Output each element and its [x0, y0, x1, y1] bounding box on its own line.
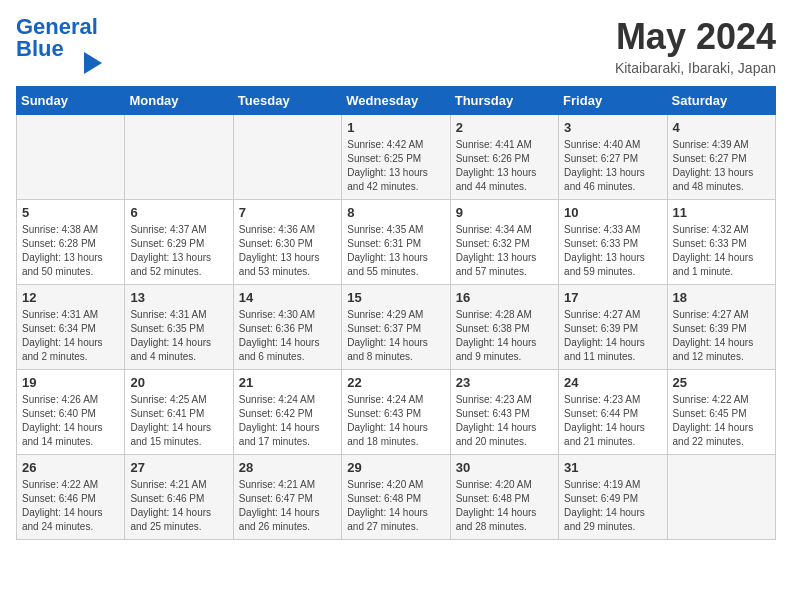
- day-number: 2: [456, 120, 553, 135]
- day-info: Sunrise: 4:31 AM Sunset: 6:35 PM Dayligh…: [130, 308, 227, 364]
- calendar-cell-w4-d1: 19Sunrise: 4:26 AM Sunset: 6:40 PM Dayli…: [17, 370, 125, 455]
- day-number: 7: [239, 205, 336, 220]
- calendar-cell-w1-d6: 3Sunrise: 4:40 AM Sunset: 6:27 PM Daylig…: [559, 115, 667, 200]
- day-number: 1: [347, 120, 444, 135]
- col-thursday: Thursday: [450, 87, 558, 115]
- calendar-cell-w2-d2: 6Sunrise: 4:37 AM Sunset: 6:29 PM Daylig…: [125, 200, 233, 285]
- day-number: 20: [130, 375, 227, 390]
- col-saturday: Saturday: [667, 87, 775, 115]
- day-info: Sunrise: 4:24 AM Sunset: 6:42 PM Dayligh…: [239, 393, 336, 449]
- day-info: Sunrise: 4:32 AM Sunset: 6:33 PM Dayligh…: [673, 223, 770, 279]
- day-info: Sunrise: 4:34 AM Sunset: 6:32 PM Dayligh…: [456, 223, 553, 279]
- day-number: 12: [22, 290, 119, 305]
- calendar-cell-w1-d2: [125, 115, 233, 200]
- day-info: Sunrise: 4:19 AM Sunset: 6:49 PM Dayligh…: [564, 478, 661, 534]
- page-header: General Blue May 2024 Kitaibaraki, Ibara…: [16, 16, 776, 76]
- day-info: Sunrise: 4:24 AM Sunset: 6:43 PM Dayligh…: [347, 393, 444, 449]
- calendar-cell-w4-d6: 24Sunrise: 4:23 AM Sunset: 6:44 PM Dayli…: [559, 370, 667, 455]
- col-friday: Friday: [559, 87, 667, 115]
- day-info: Sunrise: 4:37 AM Sunset: 6:29 PM Dayligh…: [130, 223, 227, 279]
- calendar-cell-w5-d4: 29Sunrise: 4:20 AM Sunset: 6:48 PM Dayli…: [342, 455, 450, 540]
- day-number: 17: [564, 290, 661, 305]
- day-number: 31: [564, 460, 661, 475]
- day-number: 5: [22, 205, 119, 220]
- day-info: Sunrise: 4:35 AM Sunset: 6:31 PM Dayligh…: [347, 223, 444, 279]
- col-monday: Monday: [125, 87, 233, 115]
- logo: General Blue: [16, 16, 102, 74]
- month-year-title: May 2024: [615, 16, 776, 58]
- col-tuesday: Tuesday: [233, 87, 341, 115]
- day-number: 15: [347, 290, 444, 305]
- calendar-cell-w5-d7: [667, 455, 775, 540]
- calendar-cell-w3-d2: 13Sunrise: 4:31 AM Sunset: 6:35 PM Dayli…: [125, 285, 233, 370]
- calendar-cell-w4-d2: 20Sunrise: 4:25 AM Sunset: 6:41 PM Dayli…: [125, 370, 233, 455]
- day-number: 13: [130, 290, 227, 305]
- day-info: Sunrise: 4:30 AM Sunset: 6:36 PM Dayligh…: [239, 308, 336, 364]
- calendar-cell-w2-d5: 9Sunrise: 4:34 AM Sunset: 6:32 PM Daylig…: [450, 200, 558, 285]
- calendar-cell-w5-d2: 27Sunrise: 4:21 AM Sunset: 6:46 PM Dayli…: [125, 455, 233, 540]
- day-info: Sunrise: 4:38 AM Sunset: 6:28 PM Dayligh…: [22, 223, 119, 279]
- day-number: 18: [673, 290, 770, 305]
- calendar-cell-w5-d5: 30Sunrise: 4:20 AM Sunset: 6:48 PM Dayli…: [450, 455, 558, 540]
- calendar-cell-w2-d6: 10Sunrise: 4:33 AM Sunset: 6:33 PM Dayli…: [559, 200, 667, 285]
- day-info: Sunrise: 4:26 AM Sunset: 6:40 PM Dayligh…: [22, 393, 119, 449]
- calendar-cell-w1-d7: 4Sunrise: 4:39 AM Sunset: 6:27 PM Daylig…: [667, 115, 775, 200]
- logo-arrow-icon: [84, 52, 102, 74]
- day-number: 11: [673, 205, 770, 220]
- col-wednesday: Wednesday: [342, 87, 450, 115]
- day-info: Sunrise: 4:36 AM Sunset: 6:30 PM Dayligh…: [239, 223, 336, 279]
- day-info: Sunrise: 4:21 AM Sunset: 6:46 PM Dayligh…: [130, 478, 227, 534]
- day-number: 9: [456, 205, 553, 220]
- calendar-cell-w4-d3: 21Sunrise: 4:24 AM Sunset: 6:42 PM Dayli…: [233, 370, 341, 455]
- day-info: Sunrise: 4:23 AM Sunset: 6:43 PM Dayligh…: [456, 393, 553, 449]
- col-sunday: Sunday: [17, 87, 125, 115]
- calendar-cell-w3-d4: 15Sunrise: 4:29 AM Sunset: 6:37 PM Dayli…: [342, 285, 450, 370]
- day-number: 30: [456, 460, 553, 475]
- day-number: 23: [456, 375, 553, 390]
- calendar-cell-w4-d7: 25Sunrise: 4:22 AM Sunset: 6:45 PM Dayli…: [667, 370, 775, 455]
- day-info: Sunrise: 4:27 AM Sunset: 6:39 PM Dayligh…: [564, 308, 661, 364]
- day-info: Sunrise: 4:40 AM Sunset: 6:27 PM Dayligh…: [564, 138, 661, 194]
- calendar-cell-w3-d3: 14Sunrise: 4:30 AM Sunset: 6:36 PM Dayli…: [233, 285, 341, 370]
- calendar-week-2: 5Sunrise: 4:38 AM Sunset: 6:28 PM Daylig…: [17, 200, 776, 285]
- calendar-week-4: 19Sunrise: 4:26 AM Sunset: 6:40 PM Dayli…: [17, 370, 776, 455]
- day-info: Sunrise: 4:39 AM Sunset: 6:27 PM Dayligh…: [673, 138, 770, 194]
- day-number: 24: [564, 375, 661, 390]
- calendar-cell-w2-d1: 5Sunrise: 4:38 AM Sunset: 6:28 PM Daylig…: [17, 200, 125, 285]
- day-info: Sunrise: 4:31 AM Sunset: 6:34 PM Dayligh…: [22, 308, 119, 364]
- day-info: Sunrise: 4:20 AM Sunset: 6:48 PM Dayligh…: [456, 478, 553, 534]
- day-number: 29: [347, 460, 444, 475]
- calendar-table: Sunday Monday Tuesday Wednesday Thursday…: [16, 86, 776, 540]
- calendar-week-1: 1Sunrise: 4:42 AM Sunset: 6:25 PM Daylig…: [17, 115, 776, 200]
- day-number: 8: [347, 205, 444, 220]
- day-number: 16: [456, 290, 553, 305]
- day-number: 25: [673, 375, 770, 390]
- day-number: 4: [673, 120, 770, 135]
- calendar-cell-w1-d3: [233, 115, 341, 200]
- logo-blue: Blue: [16, 36, 64, 61]
- day-info: Sunrise: 4:27 AM Sunset: 6:39 PM Dayligh…: [673, 308, 770, 364]
- day-number: 22: [347, 375, 444, 390]
- calendar-cell-w5-d3: 28Sunrise: 4:21 AM Sunset: 6:47 PM Dayli…: [233, 455, 341, 540]
- calendar-cell-w1-d1: [17, 115, 125, 200]
- calendar-cell-w5-d6: 31Sunrise: 4:19 AM Sunset: 6:49 PM Dayli…: [559, 455, 667, 540]
- calendar-cell-w2-d7: 11Sunrise: 4:32 AM Sunset: 6:33 PM Dayli…: [667, 200, 775, 285]
- day-number: 14: [239, 290, 336, 305]
- day-number: 27: [130, 460, 227, 475]
- calendar-cell-w3-d7: 18Sunrise: 4:27 AM Sunset: 6:39 PM Dayli…: [667, 285, 775, 370]
- calendar-cell-w5-d1: 26Sunrise: 4:22 AM Sunset: 6:46 PM Dayli…: [17, 455, 125, 540]
- location-subtitle: Kitaibaraki, Ibaraki, Japan: [615, 60, 776, 76]
- day-info: Sunrise: 4:41 AM Sunset: 6:26 PM Dayligh…: [456, 138, 553, 194]
- day-info: Sunrise: 4:33 AM Sunset: 6:33 PM Dayligh…: [564, 223, 661, 279]
- day-info: Sunrise: 4:22 AM Sunset: 6:45 PM Dayligh…: [673, 393, 770, 449]
- calendar-week-3: 12Sunrise: 4:31 AM Sunset: 6:34 PM Dayli…: [17, 285, 776, 370]
- calendar-cell-w4-d5: 23Sunrise: 4:23 AM Sunset: 6:43 PM Dayli…: [450, 370, 558, 455]
- title-block: May 2024 Kitaibaraki, Ibaraki, Japan: [615, 16, 776, 76]
- calendar-cell-w3-d5: 16Sunrise: 4:28 AM Sunset: 6:38 PM Dayli…: [450, 285, 558, 370]
- calendar-cell-w2-d4: 8Sunrise: 4:35 AM Sunset: 6:31 PM Daylig…: [342, 200, 450, 285]
- calendar-header-row: Sunday Monday Tuesday Wednesday Thursday…: [17, 87, 776, 115]
- calendar-cell-w2-d3: 7Sunrise: 4:36 AM Sunset: 6:30 PM Daylig…: [233, 200, 341, 285]
- calendar-cell-w1-d5: 2Sunrise: 4:41 AM Sunset: 6:26 PM Daylig…: [450, 115, 558, 200]
- day-number: 28: [239, 460, 336, 475]
- day-number: 10: [564, 205, 661, 220]
